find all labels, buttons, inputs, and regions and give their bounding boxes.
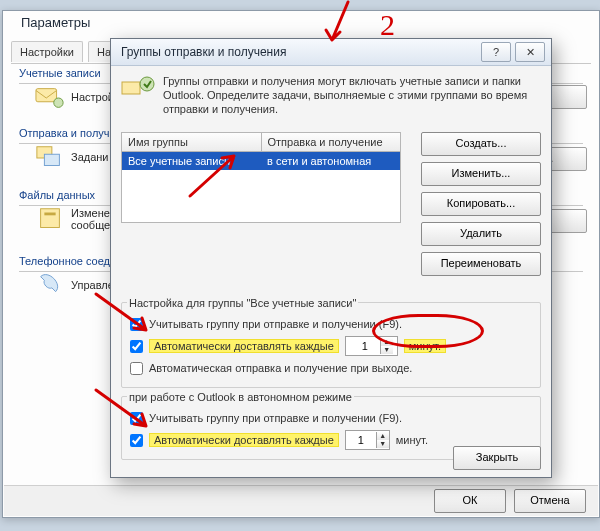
envelope-gear-icon xyxy=(35,83,65,111)
svg-rect-4 xyxy=(41,209,60,228)
tab-settings[interactable]: Настройки xyxy=(11,41,83,62)
group-all-accounts: Настройка для группы "Все учетные записи… xyxy=(121,290,541,388)
row-tasks[interactable]: Задани xyxy=(35,147,109,167)
svg-rect-0 xyxy=(36,89,57,102)
groups-grid: Имя группы Отправка и получение Все учет… xyxy=(121,132,401,223)
svg-rect-3 xyxy=(44,154,59,165)
label-offline-f9: Учитывать группу при отправке и получени… xyxy=(149,412,402,424)
options-bottom-bar: ОК Отмена xyxy=(4,485,598,516)
checkbox-exit[interactable] xyxy=(130,362,143,375)
col-sendrecv[interactable]: Отправка и получение xyxy=(262,132,402,152)
label-minutes: минут. xyxy=(404,339,446,353)
cell-mode: в сети и автономная xyxy=(261,152,400,170)
edit-button[interactable]: Изменить... xyxy=(421,162,541,186)
interval-spinner[interactable]: ▲▼ xyxy=(345,336,398,356)
copy-button[interactable]: Копировать... xyxy=(421,192,541,216)
group-legend: Настройка для группы "Все учетные записи… xyxy=(127,297,358,309)
dialog-titlebar: Группы отправки и получения ? ✕ xyxy=(111,39,551,66)
delete-button[interactable]: Удалить xyxy=(421,222,541,246)
phone-icon xyxy=(35,271,65,299)
row-f9: Учитывать группу при отправке и получени… xyxy=(130,313,532,335)
row-auto-deliver: Автоматически доставлять каждые ▲▼ минут… xyxy=(130,335,532,357)
dialog-title: Группы отправки и получения xyxy=(121,45,286,59)
svg-point-7 xyxy=(140,77,154,91)
label-offline-minutes: минут. xyxy=(396,434,428,446)
group-offline-legend: при работе с Outlook в автономном режиме xyxy=(127,391,354,403)
interval-input[interactable] xyxy=(350,337,380,355)
dialog-close-row: Закрыть xyxy=(453,446,541,470)
grid-header: Имя группы Отправка и получение xyxy=(121,132,401,152)
close-icon[interactable]: ✕ xyxy=(515,42,545,62)
create-button[interactable]: Создать... xyxy=(421,132,541,156)
checkbox-f9[interactable] xyxy=(130,318,143,331)
spin-down-icon[interactable]: ▼ xyxy=(381,346,393,354)
row-account-setup-label: Настрой xyxy=(71,91,114,103)
checkbox-auto[interactable] xyxy=(130,340,143,353)
dialog-side-buttons: Создать... Изменить... Копировать... Уда… xyxy=(421,132,541,276)
row-changed-msgs[interactable]: Измененсообщен xyxy=(35,209,116,229)
checkbox-offline-f9[interactable] xyxy=(130,412,143,425)
spin-up-icon[interactable]: ▲ xyxy=(381,338,393,346)
label-offline-auto: Автоматически доставлять каждые xyxy=(149,433,339,447)
cancel-button[interactable]: Отмена xyxy=(514,489,586,513)
offline-interval-spinner[interactable]: ▲▼ xyxy=(345,430,390,450)
ok-button[interactable]: ОК xyxy=(434,489,506,513)
checkbox-offline-auto[interactable] xyxy=(130,434,143,447)
label-exit: Автоматическая отправка и получение при … xyxy=(149,362,412,374)
col-group-name[interactable]: Имя группы xyxy=(121,132,262,152)
dialog-intro: Группы отправки и получения могут включа… xyxy=(121,74,541,116)
row-offline-f9: Учитывать группу при отправке и получени… xyxy=(130,407,532,429)
dialog-intro-text: Группы отправки и получения могут включа… xyxy=(163,74,541,116)
grid-body[interactable]: Все учетные записи в сети и автономная xyxy=(121,152,401,223)
label-f9: Учитывать группу при отправке и получени… xyxy=(149,318,402,330)
label-auto: Автоматически доставлять каждые xyxy=(149,339,339,353)
row-tasks-label: Задани xyxy=(71,151,109,163)
cell-group-name: Все учетные записи xyxy=(122,152,261,170)
offline-interval-input[interactable] xyxy=(346,431,376,449)
spin-down-icon[interactable]: ▼ xyxy=(377,440,389,448)
datafile-icon xyxy=(35,205,65,233)
options-title: Параметры xyxy=(13,9,98,37)
rename-button[interactable]: Переименовать xyxy=(421,252,541,276)
spin-up-icon[interactable]: ▲ xyxy=(377,432,389,440)
svg-rect-6 xyxy=(122,82,140,94)
row-exit: Автоматическая отправка и получение при … xyxy=(130,357,532,379)
help-button[interactable]: ? xyxy=(481,42,511,62)
sendrecv-groups-icon xyxy=(121,74,155,104)
close-button[interactable]: Закрыть xyxy=(453,446,541,470)
sendrecv-groups-dialog: Группы отправки и получения ? ✕ Группы о… xyxy=(110,38,552,478)
grid-row-all-accounts[interactable]: Все учетные записи в сети и автономная xyxy=(122,152,400,170)
row-manage[interactable]: Управлен xyxy=(35,275,120,295)
sendrecv-icon xyxy=(35,143,65,171)
svg-point-1 xyxy=(54,98,63,107)
row-account-setup[interactable]: Настрой xyxy=(35,87,114,107)
svg-rect-5 xyxy=(44,213,55,216)
